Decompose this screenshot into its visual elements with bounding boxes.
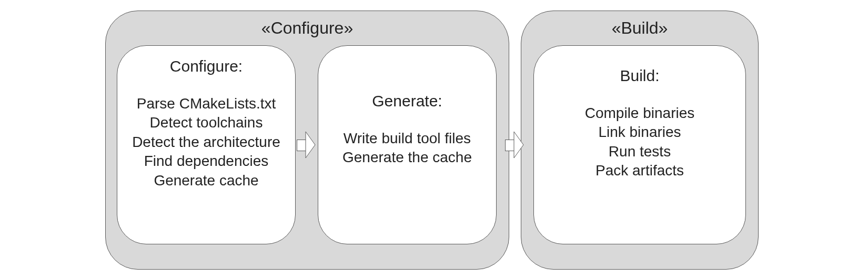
card-build-items: Compile binaries Link binaries Run tests… bbox=[534, 104, 745, 181]
configure-item: Detect toolchains bbox=[117, 113, 295, 132]
svg-marker-1 bbox=[514, 132, 523, 158]
build-item: Compile binaries bbox=[534, 104, 745, 123]
configure-item: Detect the architecture bbox=[117, 133, 295, 152]
card-build: Build: Compile binaries Link binaries Ru… bbox=[533, 45, 746, 244]
card-generate-title: Generate: bbox=[318, 92, 496, 110]
arrow-head-icon bbox=[509, 131, 524, 159]
generate-item: Generate the cache bbox=[318, 148, 496, 167]
phase-build-title: «Build» bbox=[521, 18, 758, 38]
card-configure-items: Parse CMakeLists.txt Detect toolchains D… bbox=[117, 94, 295, 190]
configure-item: Parse CMakeLists.txt bbox=[117, 94, 295, 113]
card-generate: Generate: Write build tool files Generat… bbox=[318, 45, 497, 244]
card-generate-items: Write build tool files Generate the cach… bbox=[318, 129, 496, 167]
build-item: Run tests bbox=[534, 142, 745, 161]
svg-marker-0 bbox=[306, 132, 315, 158]
arrow-generate-to-build bbox=[505, 132, 524, 158]
card-build-title: Build: bbox=[534, 67, 745, 85]
build-item: Pack artifacts bbox=[534, 161, 745, 180]
build-item: Link binaries bbox=[534, 123, 745, 142]
configure-item: Find dependencies bbox=[117, 152, 295, 171]
card-configure-title: Configure: bbox=[117, 57, 295, 75]
phase-configure-title: «Configure» bbox=[106, 18, 509, 38]
diagram-canvas: «Configure» «Build» Configure: Parse CMa… bbox=[0, 0, 868, 277]
arrow-head-icon bbox=[300, 131, 316, 159]
generate-item: Write build tool files bbox=[318, 129, 496, 148]
card-configure: Configure: Parse CMakeLists.txt Detect t… bbox=[117, 45, 296, 244]
arrow-configure-to-generate bbox=[297, 132, 316, 158]
configure-item: Generate cache bbox=[117, 171, 295, 190]
